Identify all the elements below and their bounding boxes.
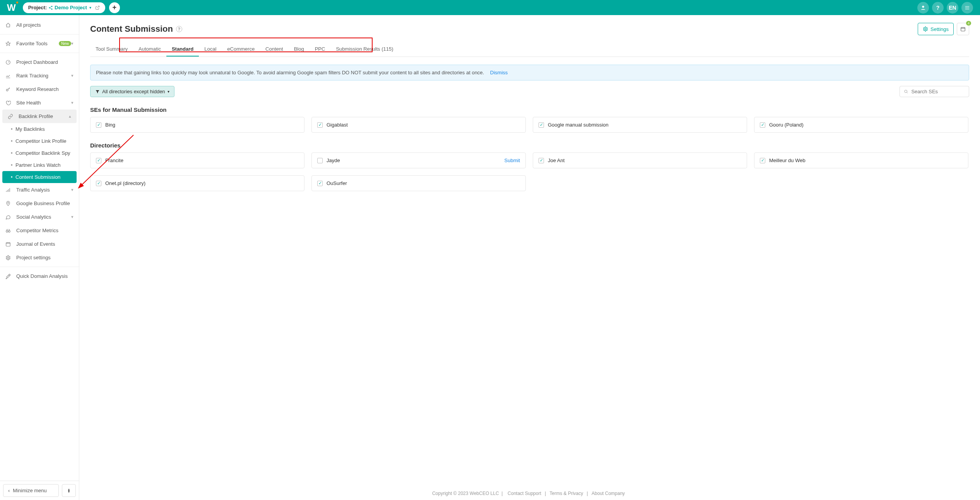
- tab-local[interactable]: Local: [199, 42, 222, 57]
- tab-content[interactable]: Content: [260, 42, 289, 57]
- add-project-button[interactable]: +: [109, 2, 120, 13]
- sidebar-item-project-settings[interactable]: Project settings: [0, 251, 79, 264]
- checkbox[interactable]: [96, 181, 101, 186]
- settings-button[interactable]: Settings: [918, 23, 954, 35]
- checkbox[interactable]: [317, 122, 323, 128]
- checkbox[interactable]: [539, 122, 544, 128]
- svg-point-6: [8, 202, 9, 203]
- minimize-menu-button[interactable]: ‹ Minimize menu: [3, 484, 59, 497]
- footer-link-contact[interactable]: Contact Support: [508, 491, 541, 496]
- tabs: Tool Summary Automatic Standard Local eC…: [90, 42, 969, 57]
- directory-card[interactable]: Bing: [90, 117, 304, 133]
- section-title-directories: Directories: [90, 142, 969, 149]
- sidebar-item-site-health[interactable]: Site Health ▾: [0, 96, 79, 110]
- footer-link-about[interactable]: About Company: [592, 491, 625, 496]
- sidebar-item-label: Journal of Events: [16, 241, 74, 247]
- sidebar-sub-label: Content Submission: [15, 174, 60, 180]
- svg-rect-12: [961, 27, 965, 31]
- help-icon[interactable]: ?: [932, 2, 944, 14]
- checkbox[interactable]: [96, 122, 101, 128]
- card-label: Francite: [105, 158, 123, 163]
- sidebar-sub-content-submission[interactable]: Content Submission: [2, 171, 77, 183]
- sidebar-item-keyword-research[interactable]: Keyword Research: [0, 82, 79, 96]
- external-link-icon[interactable]: [95, 5, 100, 10]
- tab-ppc[interactable]: PPC: [310, 42, 331, 57]
- svg-point-0: [51, 6, 53, 7]
- tab-tool-summary[interactable]: Tool Summary: [90, 42, 133, 57]
- sidebar-item-label: Project settings: [16, 255, 74, 260]
- search-input-wrapper[interactable]: [900, 86, 969, 97]
- directory-card[interactable]: JaydeSubmit: [311, 152, 526, 168]
- sidebar-item-label: Social Analytics: [16, 214, 71, 220]
- directory-card[interactable]: OuSurfer: [311, 175, 526, 191]
- sidebar-item-favorite-tools[interactable]: Favorite Tools New ▾: [0, 37, 79, 50]
- sidebar-sub-label: Partner Links Watch: [15, 162, 61, 168]
- minimize-label: Minimize menu: [13, 488, 46, 493]
- sidebar-item-label: Quick Domain Analysis: [16, 273, 74, 279]
- directory-card[interactable]: Gigablast: [311, 117, 526, 133]
- directory-card[interactable]: Google manual submission: [533, 117, 747, 133]
- sidebar-sub-partner-links-watch[interactable]: Partner Links Watch: [0, 159, 79, 171]
- sidebar-item-journal[interactable]: Journal of Events: [0, 237, 79, 251]
- submit-link[interactable]: Submit: [505, 158, 520, 163]
- pin-icon: [5, 201, 12, 206]
- tab-blog[interactable]: Blog: [289, 42, 310, 57]
- user-icon[interactable]: [917, 2, 929, 14]
- directory-card[interactable]: Gooru (Poland): [754, 117, 968, 133]
- pin-button[interactable]: [62, 484, 76, 497]
- calendar-icon: [5, 241, 12, 247]
- help-icon[interactable]: ?: [176, 26, 182, 32]
- heart-icon: [5, 100, 12, 106]
- directory-card[interactable]: Onet.pl (directory): [90, 175, 304, 191]
- directory-card[interactable]: Joe Ant: [533, 152, 747, 168]
- tab-submission-results[interactable]: Submission Results (115): [330, 42, 398, 57]
- svg-point-3: [922, 5, 924, 7]
- sidebar: All projects Favorite Tools New ▾ Projec…: [0, 15, 79, 500]
- checkbox[interactable]: [539, 158, 544, 163]
- tab-ecommerce[interactable]: eCommerce: [222, 42, 260, 57]
- sidebar-item-quick-domain[interactable]: Quick Domain Analysis: [0, 269, 79, 283]
- directory-card[interactable]: Francite: [90, 152, 304, 168]
- sidebar-item-label: All projects: [16, 22, 74, 28]
- tab-automatic[interactable]: Automatic: [133, 42, 166, 57]
- sidebar-item-traffic-analysis[interactable]: Traffic Analysis ▾: [0, 183, 79, 197]
- sidebar-item-label: Competitor Metrics: [16, 228, 74, 233]
- sidebar-item-backlink-profile[interactable]: Backlink Profile ▴: [2, 110, 77, 123]
- page-title-text: Content Submission: [90, 24, 173, 34]
- tab-standard[interactable]: Standard: [166, 42, 199, 57]
- card-label: Onet.pl (directory): [105, 180, 145, 186]
- footer: Copyright © 2023 WebCEO LLC | Contact Su…: [79, 487, 980, 500]
- key-icon: [5, 87, 12, 92]
- filter-label: All directories except hidden: [102, 89, 165, 94]
- checkbox[interactable]: [760, 158, 765, 163]
- binoculars-icon: [5, 228, 12, 233]
- sidebar-item-rank-tracking[interactable]: Rank Tracking ▾: [0, 69, 79, 82]
- sidebar-item-all-projects[interactable]: All projects: [0, 18, 79, 32]
- star-icon: [5, 41, 12, 46]
- sidebar-sub-label: Competitor Backlink Spy: [15, 150, 70, 156]
- checkbox[interactable]: [96, 158, 101, 163]
- link-icon: [8, 114, 15, 119]
- project-selector[interactable]: Project: Demo Project ▾: [23, 2, 105, 13]
- filter-button[interactable]: All directories except hidden ▾: [90, 86, 174, 97]
- sidebar-item-social-analytics[interactable]: Social Analytics ▾: [0, 210, 79, 224]
- info-alert: Please note that gaining links too quick…: [90, 65, 969, 80]
- sidebar-sub-competitor-link-profile[interactable]: Competitor Link Profile: [0, 135, 79, 147]
- search-input[interactable]: [911, 89, 965, 94]
- checkbox[interactable]: [317, 181, 323, 186]
- directory-card[interactable]: Meilleur du Web: [754, 152, 968, 168]
- sidebar-item-competitor-metrics[interactable]: Competitor Metrics: [0, 224, 79, 237]
- sidebar-sub-my-backlinks[interactable]: My Backlinks: [0, 123, 79, 135]
- sidebar-item-google-business[interactable]: Google Business Profile: [0, 197, 79, 210]
- card-label: OuSurfer: [327, 180, 347, 186]
- checkbox[interactable]: [760, 122, 765, 128]
- menu-icon[interactable]: [961, 2, 973, 14]
- sidebar-item-project-dashboard[interactable]: Project Dashboard: [0, 55, 79, 69]
- svg-point-5: [6, 89, 8, 91]
- calendar-button[interactable]: 4: [957, 23, 969, 35]
- dismiss-link[interactable]: Dismiss: [490, 70, 508, 75]
- sidebar-sub-competitor-backlink-spy[interactable]: Competitor Backlink Spy: [0, 147, 79, 159]
- footer-link-terms[interactable]: Terms & Privacy: [550, 491, 583, 496]
- checkbox[interactable]: [317, 158, 323, 163]
- language-button[interactable]: EN: [947, 2, 958, 14]
